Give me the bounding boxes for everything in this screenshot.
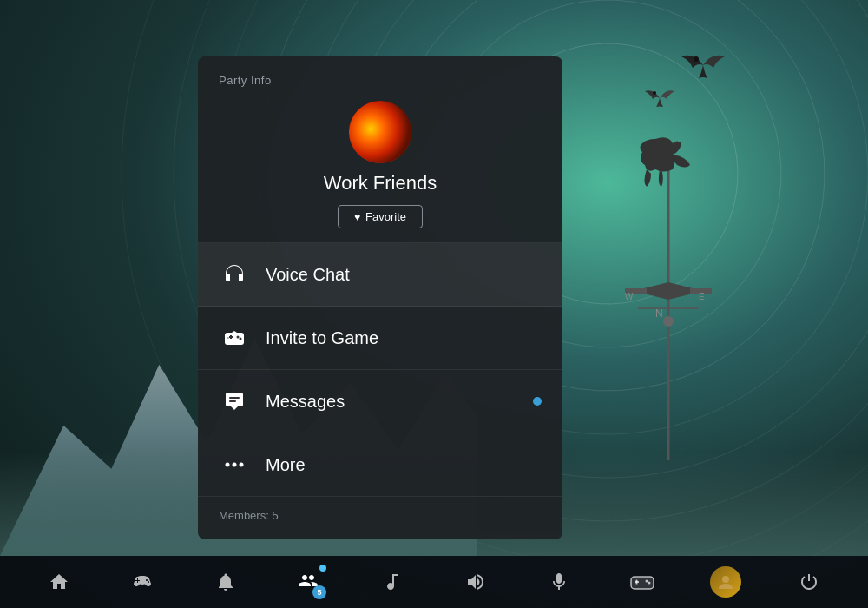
svg-point-19: [663, 316, 674, 327]
bird-1: [677, 43, 729, 87]
svg-point-40: [722, 576, 729, 583]
svg-point-27: [237, 336, 240, 339]
more-dots-icon: [219, 449, 250, 480]
menu-item-voice-chat[interactable]: Voice Chat: [198, 243, 562, 307]
svg-point-34: [240, 463, 244, 467]
favorite-button[interactable]: ♥ Favorite: [338, 205, 423, 228]
svg-point-39: [648, 582, 651, 585]
taskbar-power[interactable]: [790, 563, 828, 601]
svg-text:E: E: [699, 292, 705, 301]
party-avatar: [349, 101, 411, 163]
favorite-label: Favorite: [365, 210, 406, 223]
svg-rect-22: [226, 274, 230, 281]
svg-point-38: [646, 580, 648, 583]
taskbar-games[interactable]: [123, 563, 161, 601]
heart-icon: ♥: [354, 211, 360, 223]
menu-item-messages[interactable]: Messages: [198, 370, 562, 433]
menu-item-more[interactable]: More: [198, 433, 562, 497]
svg-rect-29: [227, 337, 229, 339]
svg-rect-37: [636, 580, 638, 585]
svg-rect-30: [229, 397, 240, 399]
taskbar-mic[interactable]: [540, 563, 578, 601]
party-header: Party Info Work Friends ♥ Favorite: [198, 56, 562, 242]
svg-point-20: [694, 56, 699, 62]
controller-icon: [131, 571, 154, 593]
messages-label: Messages: [266, 392, 542, 412]
gamepad-camera-icon: [219, 322, 250, 354]
bird-2: [642, 83, 677, 113]
taskbar-music[interactable]: [373, 563, 411, 601]
svg-point-28: [240, 338, 242, 340]
svg-point-33: [233, 463, 237, 467]
headphone-icon: [219, 259, 250, 290]
messages-notification-dot: [533, 397, 542, 406]
friends-badge: 5: [312, 585, 326, 599]
user-avatar: [710, 566, 741, 598]
music-icon: [382, 572, 403, 592]
voice-chat-label: Voice Chat: [266, 265, 542, 285]
party-panel: Party Info Work Friends ♥ Favorite Voice…: [198, 56, 562, 539]
friends-online-dot: [319, 565, 326, 572]
party-members-count: Members: 5: [198, 497, 562, 525]
menu-items-list: Voice Chat Invite to Game: [198, 242, 562, 497]
home-icon: [49, 572, 69, 592]
taskbar-gamepad[interactable]: [623, 563, 661, 601]
taskbar-notifications[interactable]: [207, 563, 245, 601]
svg-rect-31: [229, 400, 236, 402]
taskbar-home[interactable]: [40, 563, 78, 601]
more-label: More: [266, 455, 542, 475]
svg-point-32: [226, 463, 230, 467]
svg-text:W: W: [625, 292, 634, 301]
taskbar-avatar[interactable]: [707, 563, 745, 601]
svg-point-21: [653, 91, 656, 95]
mic-icon: [549, 572, 569, 592]
taskbar-friends[interactable]: 5: [290, 563, 328, 601]
weathervane: N W E: [573, 130, 764, 478]
volume-icon: [465, 572, 486, 592]
invite-game-label: Invite to Game: [266, 328, 542, 348]
svg-text:N: N: [655, 307, 663, 320]
party-group-name: Work Friends: [324, 172, 437, 195]
power-icon: [799, 572, 819, 592]
chat-icon: [219, 386, 250, 417]
party-avatar-image: [349, 101, 411, 163]
svg-rect-23: [239, 274, 243, 281]
gamepad-icon: [629, 572, 655, 592]
taskbar-volume[interactable]: [457, 563, 495, 601]
menu-item-invite-game[interactable]: Invite to Game: [198, 307, 562, 370]
svg-rect-26: [230, 335, 232, 339]
taskbar: 5: [0, 556, 868, 608]
party-panel-title: Party Info: [219, 74, 272, 87]
bell-icon: [215, 572, 236, 592]
